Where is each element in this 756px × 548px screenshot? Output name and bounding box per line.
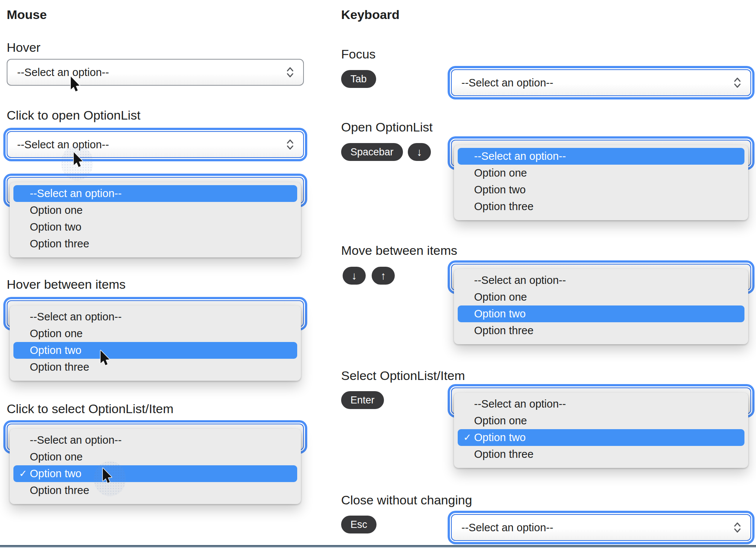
optionlist-interaction-doc: Mouse Hover --Select an option-- Click t… [0,0,756,548]
select-placeholder: --Select an option-- [461,522,553,534]
mouse-cursor-icon [68,76,80,93]
kb-open-title: Open OptionList [341,120,433,134]
option-item-selected[interactable]: ✓ Option two [13,465,297,482]
click-select-optionlist: --Select an option-- Option one ✓ Option… [7,424,304,504]
hover-select[interactable]: --Select an option-- [7,59,304,86]
option-item[interactable]: --Select an option-- [454,396,748,412]
checkmark-icon: ✓ [463,429,471,446]
kb-open-optionlist: --Select an option-- Option one Option t… [451,140,751,220]
key-pill-arrow-down-icon: ↓ [343,267,366,285]
option-item[interactable]: Option three [454,198,748,215]
option-item-label: Option two [474,431,526,443]
select-placeholder: --Select an option-- [461,77,553,89]
option-item[interactable]: --Select an option-- [13,185,297,202]
click-open-select[interactable]: --Select an option-- [7,131,304,158]
mouse-column-title: Mouse [7,7,47,22]
select-stepper-icon [733,76,741,89]
select-placeholder: --Select an option-- [17,66,109,79]
bottom-section-divider [0,545,756,548]
select-stepper-icon [286,66,294,79]
option-item[interactable]: Option three [454,322,748,339]
option-item[interactable]: Option three [10,235,301,252]
mouse-hover-items-title: Hover between items [7,277,126,292]
kb-select-optionlist: --Select an option-- Option one ✓ Option… [451,387,751,468]
option-item[interactable]: Option one [454,289,748,305]
kb-focus-title: Focus [341,47,376,61]
option-list-popup: --Select an option-- Option one Option t… [10,305,301,381]
option-list-popup: --Select an option-- Option one Option t… [10,182,301,257]
option-item-label: Option two [30,468,82,479]
mouse-click-select-title: Click to select OptionList/Item [7,402,174,416]
option-list-popup: --Select an option-- Option one ✓ Option… [10,429,301,504]
option-list-popup: --Select an option-- Option one ✓ Option… [454,393,748,468]
hover-items-optionlist: --Select an option-- Option one Option t… [7,300,304,381]
option-item[interactable]: Option one [10,325,301,342]
option-item-active[interactable]: Option two [458,305,744,322]
kb-close-title: Close without changing [341,493,472,507]
key-pill-tab: Tab [341,70,376,88]
option-item-selected[interactable]: ✓ Option two [458,429,744,446]
mouse-cursor-icon [100,467,112,484]
kb-close-select[interactable]: --Select an option-- [451,514,751,541]
mouse-cursor-icon [71,151,83,168]
option-item[interactable]: --Select an option-- [458,148,744,165]
mouse-click-open-title: Click to open OptionList [7,108,140,123]
option-item[interactable]: Option one [454,165,748,181]
key-pill-esc: Esc [341,516,377,533]
mouse-cursor-icon [98,349,110,367]
option-list-popup: --Select an option-- Option one Option t… [454,269,748,344]
option-item[interactable]: Option two [454,181,748,198]
option-item[interactable]: Option one [454,412,748,429]
mouse-hover-title: Hover [7,40,41,55]
kb-select-title: Select OptionList/Item [341,368,465,383]
option-item[interactable]: --Select an option-- [10,432,301,449]
key-pill-spacebar: Spacebar [341,143,403,161]
option-item[interactable]: Option one [10,202,301,219]
option-item[interactable]: --Select an option-- [454,272,748,289]
select-placeholder: --Select an option-- [17,139,109,151]
key-pill-enter: Enter [341,391,384,409]
option-item[interactable]: Option three [454,446,748,463]
option-item[interactable]: Option one [10,449,301,465]
checkmark-icon: ✓ [19,465,27,482]
select-stepper-icon [733,521,741,534]
key-pill-arrow-down-icon: ↓ [408,143,431,161]
kb-focus-select[interactable]: --Select an option-- [451,69,751,96]
select-stepper-icon [286,138,294,151]
keyboard-column-title: Keyboard [341,7,400,22]
click-open-optionlist: --Select an option-- Option one Option t… [7,177,304,257]
option-item[interactable]: Option three [10,482,301,499]
option-item[interactable]: Option two [10,219,301,235]
key-pill-arrow-up-icon: ↑ [372,267,395,285]
option-item[interactable]: Option three [10,359,301,376]
option-item-hovered[interactable]: Option two [13,342,297,359]
option-list-popup: --Select an option-- Option one Option t… [454,145,748,220]
option-item[interactable]: --Select an option-- [10,308,301,325]
kb-move-title: Move between items [341,243,457,258]
kb-move-optionlist: --Select an option-- Option one Option t… [451,264,751,344]
